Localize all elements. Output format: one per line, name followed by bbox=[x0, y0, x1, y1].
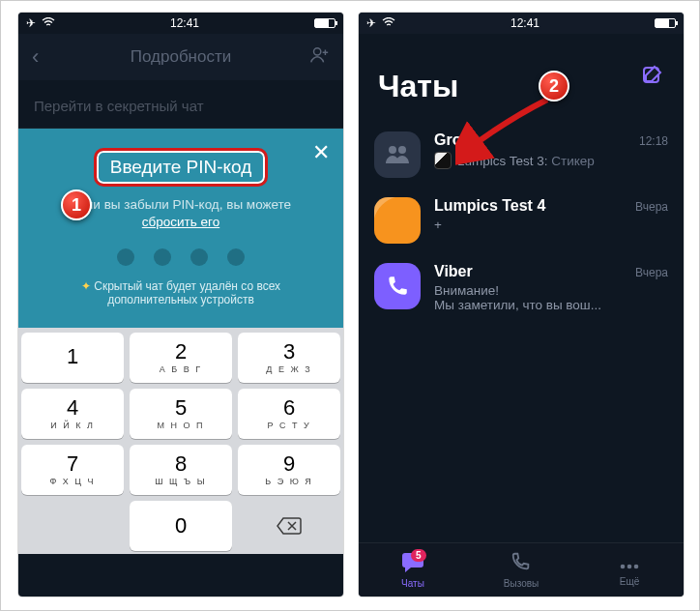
wifi-icon bbox=[382, 16, 395, 30]
secret-chat-link[interactable]: Перейти в секретный чат bbox=[18, 80, 343, 129]
key-0[interactable]: 0 bbox=[130, 501, 232, 551]
pin-warning: Скрытый чат будет удалён со всех дополни… bbox=[36, 279, 326, 306]
key-7[interactable]: 7Ф Х Ц Ч bbox=[21, 445, 124, 495]
key-1[interactable]: 1 bbox=[21, 333, 124, 383]
details-header: ‹ Подробности bbox=[18, 34, 343, 80]
svg-point-3 bbox=[398, 146, 406, 154]
key-empty bbox=[21, 501, 124, 551]
key-2[interactable]: 2А Б В Г bbox=[130, 333, 232, 383]
add-person-icon[interactable] bbox=[308, 44, 330, 71]
chat-name: Viber bbox=[434, 263, 473, 280]
numpad: 1 2А Б В Г 3Д Е Ж З 4И Й К Л 5М Н О П 6Р… bbox=[18, 328, 343, 554]
sticker-thumb-icon bbox=[434, 152, 452, 169]
svg-point-2 bbox=[389, 146, 396, 154]
key-3[interactable]: 3Д Е Ж З bbox=[238, 333, 340, 383]
chat-preview: + bbox=[434, 218, 668, 232]
tab-chats[interactable]: 5 Чаты bbox=[359, 543, 467, 596]
status-bar: ✈ 12:41 bbox=[18, 13, 343, 34]
pin-title: Введите PIN-код bbox=[94, 148, 269, 187]
airplane-icon: ✈ bbox=[366, 16, 376, 30]
compose-icon[interactable] bbox=[637, 61, 666, 90]
more-icon bbox=[619, 554, 640, 573]
clock: 12:41 bbox=[170, 16, 199, 30]
svg-point-6 bbox=[634, 564, 639, 568]
chat-row-lumpics4[interactable]: Lumpics Test 4Вчера + bbox=[359, 188, 684, 253]
back-icon[interactable]: ‹ bbox=[32, 44, 39, 70]
key-9[interactable]: 9Ь Э Ю Я bbox=[238, 445, 340, 495]
tab-calls[interactable]: Вызовы bbox=[467, 543, 575, 596]
chat-time: Вчера bbox=[635, 200, 668, 214]
key-6[interactable]: 6Р С Т У bbox=[238, 389, 340, 439]
avatar-group-icon bbox=[374, 131, 421, 178]
airplane-icon: ✈ bbox=[26, 16, 36, 30]
status-bar: ✈ 12:41 bbox=[359, 13, 684, 34]
svg-point-0 bbox=[314, 47, 321, 54]
key-4[interactable]: 4И Й К Л bbox=[21, 389, 124, 439]
close-icon[interactable]: ✕ bbox=[312, 140, 330, 165]
phone-left: ✈ 12:41 ‹ Подробности Перейти в секретны… bbox=[18, 13, 343, 596]
battery-icon bbox=[655, 18, 676, 28]
avatar-viber-icon bbox=[374, 263, 421, 309]
svg-point-4 bbox=[621, 564, 626, 568]
callout-1: 1 bbox=[61, 189, 92, 220]
chat-preview: Внимание!Мы заметили, что вы вош... bbox=[434, 283, 668, 312]
callout-2: 2 bbox=[539, 71, 569, 102]
chat-time: Вчера bbox=[635, 266, 668, 279]
phone-icon bbox=[510, 551, 532, 575]
chat-name: Lumpics Test 4 bbox=[434, 197, 545, 215]
header-title: Подробности bbox=[131, 47, 232, 67]
arrow-icon bbox=[455, 90, 562, 167]
key-backspace[interactable] bbox=[238, 501, 340, 551]
chat-time: 12:18 bbox=[639, 134, 668, 148]
pin-dialog: ✕ Введите PIN-код Если вы забыли PIN-код… bbox=[18, 129, 343, 328]
clock: 12:41 bbox=[510, 16, 540, 30]
tab-more[interactable]: Ещё bbox=[575, 543, 684, 596]
tab-bar: 5 Чаты Вызовы Ещё bbox=[359, 542, 684, 596]
reset-pin-link[interactable]: сбросить его bbox=[142, 215, 219, 229]
avatar-orange-icon bbox=[374, 197, 421, 244]
chat-row-viber[interactable]: ViberВчера Внимание!Мы заметили, что вы … bbox=[359, 253, 684, 322]
key-8[interactable]: 8Ш Щ Ъ Ы bbox=[130, 445, 232, 495]
svg-point-5 bbox=[627, 564, 632, 568]
badge: 5 bbox=[411, 549, 426, 562]
pin-dots bbox=[36, 248, 326, 266]
wifi-icon bbox=[42, 16, 55, 30]
battery-icon bbox=[314, 18, 335, 28]
key-5[interactable]: 5М Н О П bbox=[130, 389, 232, 439]
